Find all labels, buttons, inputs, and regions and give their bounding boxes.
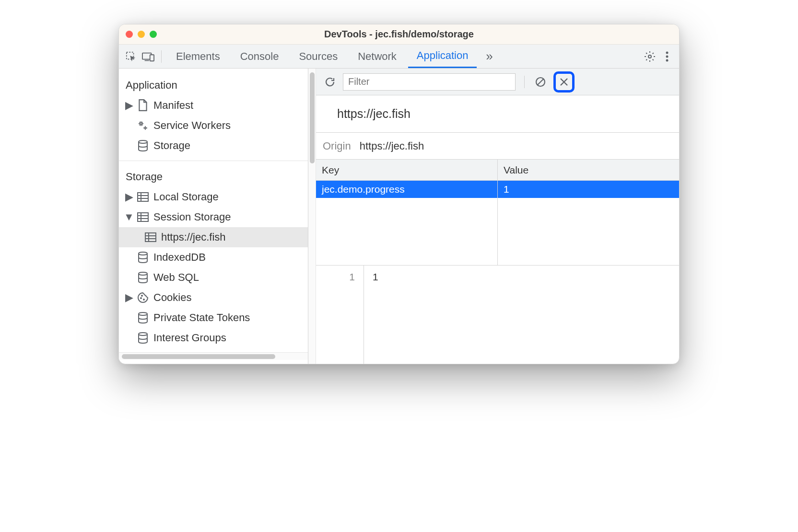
divider xyxy=(524,76,525,88)
database-icon xyxy=(136,312,150,324)
zoom-window-button[interactable] xyxy=(150,31,157,38)
column-header-value[interactable]: Value xyxy=(498,160,679,181)
triangle-right-icon: ▶ xyxy=(126,97,132,114)
sidebar-item-label: Cookies xyxy=(153,289,191,306)
sidebar-item-label: IndexedDB xyxy=(153,249,206,266)
device-toggle-icon[interactable] xyxy=(141,49,155,64)
sidebar-item-label: Session Storage xyxy=(153,209,231,225)
table-empty-area[interactable] xyxy=(498,198,679,265)
inspect-icon[interactable] xyxy=(124,49,138,64)
tab-network[interactable]: Network xyxy=(349,45,405,68)
database-icon xyxy=(136,140,150,151)
kebab-menu-icon[interactable] xyxy=(660,49,674,64)
svg-point-4 xyxy=(648,55,651,58)
sidebar-item-storage[interactable]: ▶ Storage xyxy=(119,136,308,156)
database-icon xyxy=(136,332,150,344)
minimize-window-button[interactable] xyxy=(138,31,145,38)
value-preview: 1 1 xyxy=(316,266,679,364)
sidebar-item-session-storage[interactable]: ▼ Session Storage xyxy=(119,207,308,227)
line-number: 1 xyxy=(316,266,364,364)
svg-rect-15 xyxy=(138,213,148,221)
svg-rect-19 xyxy=(145,233,156,242)
sidebar: Application ▶ Manifest ▶ Service Workers… xyxy=(119,69,308,364)
database-icon xyxy=(136,272,150,283)
database-icon xyxy=(136,252,150,263)
sidebar-item-label: Interest Groups xyxy=(153,330,226,346)
svg-rect-3 xyxy=(150,55,154,61)
vertical-scrollbar[interactable] xyxy=(308,69,316,364)
sidebar-item-label: Private State Tokens xyxy=(153,310,250,326)
traffic-lights xyxy=(126,31,157,38)
clear-all-icon[interactable] xyxy=(533,75,548,89)
table-icon xyxy=(144,232,157,242)
divider xyxy=(119,161,308,161)
sidebar-item-label: https://jec.fish xyxy=(161,229,226,245)
main-panel: https://jec.fish Origin https://jec.fish… xyxy=(316,69,679,364)
table-icon xyxy=(136,192,150,202)
svg-point-8 xyxy=(140,123,142,125)
refresh-icon[interactable] xyxy=(323,75,337,89)
devtools-window: DevTools - jec.fish/demo/storage Element… xyxy=(118,24,680,364)
preview-content: 1 xyxy=(364,266,679,364)
sidebar-item-manifest[interactable]: ▶ Manifest xyxy=(119,95,308,116)
sidebar-section-storage: Storage xyxy=(119,166,308,187)
svg-point-29 xyxy=(139,333,147,335)
highlight-annotation xyxy=(553,71,575,93)
triangle-right-icon: ▶ xyxy=(126,289,132,306)
cell-value[interactable]: 1 xyxy=(498,181,679,198)
gear-icon[interactable] xyxy=(643,49,657,64)
sidebar-item-label: Service Workers xyxy=(153,117,231,134)
svg-point-6 xyxy=(666,55,669,58)
svg-point-23 xyxy=(139,252,147,255)
tab-elements[interactable]: Elements xyxy=(167,45,229,68)
sidebar-item-cookies[interactable]: ▶ Cookies xyxy=(119,288,308,308)
delete-selected-icon[interactable] xyxy=(557,75,571,89)
file-icon xyxy=(136,99,150,112)
sidebar-item-local-storage[interactable]: ▶ Local Storage xyxy=(119,187,308,207)
storage-table: Key jec.demo.progress Value 1 xyxy=(316,160,679,266)
triangle-down-icon: ▼ xyxy=(126,209,132,225)
sidebar-item-interest-groups[interactable]: ▶ Interest Groups xyxy=(119,328,308,348)
origin-header: https://jec.fish xyxy=(316,95,679,133)
sidebar-item-label: Web SQL xyxy=(153,269,199,286)
sidebar-item-label: Local Storage xyxy=(153,189,219,205)
svg-point-27 xyxy=(141,295,142,296)
tabstrip: Elements Console Sources Network Applica… xyxy=(119,45,679,69)
body: Application ▶ Manifest ▶ Service Workers… xyxy=(119,69,679,364)
sidebar-item-indexeddb[interactable]: ▶ IndexedDB xyxy=(119,247,308,267)
filter-input[interactable] xyxy=(343,73,516,91)
svg-point-5 xyxy=(666,51,669,54)
svg-point-9 xyxy=(144,127,146,128)
cookie-icon xyxy=(136,292,150,303)
tab-sources[interactable]: Sources xyxy=(290,45,346,68)
sidebar-item-service-workers[interactable]: ▶ Service Workers xyxy=(119,116,308,136)
svg-rect-11 xyxy=(138,193,148,201)
svg-point-10 xyxy=(139,140,147,143)
column-header-key[interactable]: Key xyxy=(316,160,497,181)
divider xyxy=(161,50,162,63)
triangle-right-icon: ▶ xyxy=(126,189,132,205)
svg-point-26 xyxy=(143,299,144,300)
tab-console[interactable]: Console xyxy=(232,45,288,68)
storage-toolbar xyxy=(316,69,679,95)
more-tabs-icon[interactable]: » xyxy=(480,49,499,64)
window-title: DevTools - jec.fish/demo/storage xyxy=(119,29,679,40)
sidebar-horizontal-scrollbar[interactable] xyxy=(119,352,308,360)
origin-value: https://jec.fish xyxy=(360,140,424,152)
table-empty-area[interactable] xyxy=(316,198,497,265)
sidebar-item-private-state-tokens[interactable]: ▶ Private State Tokens xyxy=(119,308,308,328)
gears-icon xyxy=(136,120,150,131)
cell-key[interactable]: jec.demo.progress xyxy=(316,181,497,198)
titlebar: DevTools - jec.fish/demo/storage xyxy=(119,24,679,45)
sidebar-item-label: Manifest xyxy=(153,97,193,114)
close-window-button[interactable] xyxy=(126,31,133,38)
tab-application[interactable]: Application xyxy=(408,45,477,68)
table-icon xyxy=(136,212,150,222)
svg-point-7 xyxy=(666,59,669,61)
sidebar-item-label: Storage xyxy=(153,138,190,154)
origin-row: Origin https://jec.fish xyxy=(316,133,679,160)
svg-line-31 xyxy=(538,79,543,85)
svg-point-25 xyxy=(141,298,141,299)
sidebar-item-session-storage-origin[interactable]: https://jec.fish xyxy=(119,227,308,247)
sidebar-item-websql[interactable]: ▶ Web SQL xyxy=(119,267,308,288)
